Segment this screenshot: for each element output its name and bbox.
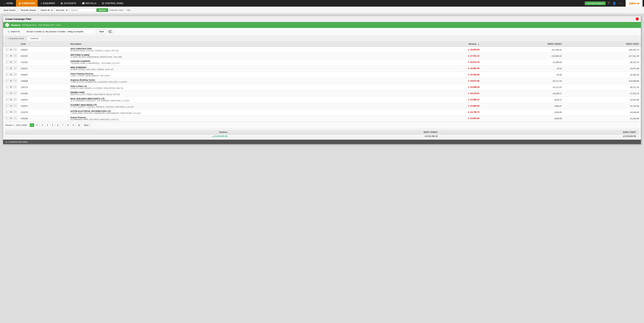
toggle-thumb — [111, 30, 114, 33]
modal-close-button[interactable]: × — [636, 18, 639, 21]
row-icon-list[interactable]: ≡ — [5, 85, 9, 89]
row-icon-chart[interactable]: ◉ — [9, 66, 13, 70]
page-btn-6[interactable]: 6 — [56, 123, 60, 127]
snapshot-bar[interactable]: ▲ Snapshot Information — [3, 140, 641, 144]
row-icon-info[interactable]: ⓘ — [14, 48, 17, 51]
row-icon-info[interactable]: ⓘ — [14, 54, 17, 58]
breadcrumb-home[interactable]: ⌂ Enquiries Home — [5, 37, 26, 40]
live-help-button[interactable]: Live Help Online ● — [585, 2, 606, 5]
accounts-select[interactable]: Accounts — [54, 8, 68, 12]
nav-mycalls[interactable]: ☎ MYCALLS — [79, 0, 99, 7]
row-icon-info[interactable]: ⓘ — [14, 60, 17, 64]
row-icon-list[interactable]: ≡ — [5, 48, 9, 51]
row-icon-info[interactable]: ⓘ — [14, 110, 17, 114]
row-variance: ∨ -£3,798.73 — [410, 109, 481, 115]
nav-campaigns[interactable]: ◎ CAMPAIGNS — [16, 0, 38, 7]
nav-enquiries[interactable]: ≡ ENQUIRIES — [38, 0, 58, 7]
row-icon-info[interactable]: ⓘ — [14, 116, 17, 120]
nav-accounts[interactable]: ⊞ ACCOUNTS — [58, 0, 79, 7]
row-icon-list[interactable]: ≡ — [5, 54, 9, 58]
page-btn-1[interactable]: 1 — [30, 123, 34, 127]
row-icon-chart[interactable]: ◉ — [9, 79, 13, 83]
row-icon-chart[interactable]: ◉ — [9, 116, 13, 120]
filter-text-input[interactable] — [25, 30, 95, 34]
table-row: ≡ ◉ ⓘ C01885 DENNIS CARR DELFRYN, LLYN Y… — [3, 90, 641, 97]
search-button[interactable]: Search — [96, 8, 108, 12]
page-btn-10[interactable]: 10 — [76, 123, 82, 127]
nav-control-panel[interactable]: ⊡ CONTROL PANEL — [99, 0, 126, 7]
row-icon-chart[interactable]: ◉ — [9, 73, 13, 76]
page-btn-9[interactable]: 9 — [71, 123, 76, 127]
row-icon-chart[interactable]: ◉ — [9, 48, 13, 51]
col-period1[interactable]: 8/2017-10/2017 — [481, 42, 564, 47]
row-icon-info[interactable]: ⓘ — [14, 73, 17, 76]
row-icon-list[interactable]: ≡ — [5, 79, 9, 83]
page-btn-2[interactable]: 2 — [35, 123, 39, 127]
forward-icon-button[interactable]: → — [618, 1, 623, 6]
row-company-name: AKA CONSTRUCTION — [70, 48, 408, 50]
recently-viewed-button[interactable]: Recently Viewed — [19, 8, 38, 12]
row-icon-info[interactable]: ⓘ — [14, 85, 17, 89]
row-icon-list[interactable]: ≡ — [5, 91, 9, 95]
row-period1: £249.95 — [481, 109, 564, 115]
row-icon-list[interactable]: ≡ — [5, 98, 9, 101]
modal-title-bar: Create Campaign Filter × — [3, 16, 641, 22]
row-icon-chart[interactable]: ◉ — [9, 60, 13, 64]
table-scroll-area[interactable]: Code Description Variance ▲ 8/2017-10/20… — [3, 42, 641, 122]
row-icon-info[interactable]: ⓘ — [14, 79, 17, 83]
nav-home[interactable]: ⌂ HOME — [2, 0, 16, 7]
page-btn-7[interactable]: 7 — [61, 123, 65, 127]
user-icon-button[interactable]: 👤 — [612, 1, 617, 6]
save-button[interactable]: Save — [96, 29, 107, 34]
col-code[interactable]: Code — [19, 42, 69, 47]
toggle-track[interactable] — [108, 30, 114, 33]
page-btn-3[interactable]: 3 — [40, 123, 44, 127]
next-page-button[interactable]: Next > — [82, 123, 92, 127]
row-icon-list[interactable]: ≡ — [5, 110, 9, 114]
row-period2: £5,383.66 — [564, 72, 641, 78]
row-icon-list[interactable]: ≡ — [5, 73, 9, 76]
mycalls-icon: ☎ — [82, 2, 85, 5]
row-icons-cell: ≡ ◉ ⓘ — [3, 59, 19, 65]
col-period2[interactable]: 5/2017-7/2017 — [564, 42, 641, 47]
row-code: C00008 — [19, 78, 69, 84]
help-icon-button[interactable]: ? — [607, 1, 610, 6]
page-btn-5[interactable]: 5 — [50, 123, 55, 127]
row-company-name: Anglesey Building Centre — [70, 79, 408, 81]
row-icon-list[interactable]: ≡ — [5, 66, 9, 70]
row-icon-chart[interactable]: ◉ — [9, 85, 13, 89]
page-btn-4[interactable]: 4 — [45, 123, 50, 127]
col-description[interactable]: Description — [69, 42, 410, 47]
row-icons-cell: ≡ ◉ ⓘ — [3, 78, 19, 84]
row-period1: £4,123.15 — [481, 84, 564, 90]
row-period2: £4,162.68 — [564, 115, 641, 122]
row-icon-list[interactable]: ≡ — [5, 116, 9, 120]
row-variance: ∨ -£3,988.15 — [410, 97, 481, 103]
row-icon-chart[interactable]: ◉ — [9, 104, 13, 108]
search-filter-button[interactable]: 🔍 Search Fil... — [5, 30, 24, 34]
row-icon-info[interactable]: ⓘ — [14, 98, 17, 101]
search-all-select[interactable]: Search all — [39, 8, 54, 12]
row-icon-chart[interactable]: ◉ — [9, 54, 13, 58]
summary-col-period1: 8/2017-10/2017 — [230, 130, 440, 134]
row-icon-list[interactable]: ≡ — [5, 60, 9, 64]
page-btn-8[interactable]: 8 — [66, 123, 70, 127]
row-icons-cell: ≡ ◉ ⓘ — [3, 53, 19, 59]
row-icon-info[interactable]: ⓘ — [14, 104, 17, 108]
table-row: ≡ ◉ ⓘ C00057 Zebra Painting Services 4 W… — [3, 72, 641, 78]
row-icon-chart[interactable]: ◉ — [9, 91, 13, 95]
row-description: Adler & Allan Ltd CHURCH LANE, ADWICK-LE… — [69, 84, 410, 90]
variance-arrow-down: ∨ — [468, 49, 470, 51]
quick-search-button[interactable]: Quick Search — [2, 8, 18, 12]
row-icon-info[interactable]: ⓘ — [14, 91, 17, 95]
row-icon-info[interactable]: ⓘ — [14, 66, 17, 70]
row-code: C00346 — [19, 115, 69, 122]
row-icon-chart[interactable]: ◉ — [9, 110, 13, 114]
breadcrumb-customer-tab[interactable]: Customer — [27, 37, 42, 40]
row-icon-list[interactable]: ≡ — [5, 104, 9, 108]
row-icon-chart[interactable]: ◉ — [9, 98, 13, 101]
search-input[interactable] — [70, 8, 95, 12]
toggle-slider[interactable] — [108, 30, 114, 33]
row-address: BODWARREN FARM, HOLYHEAD, ANGLESEY, LL65… — [70, 119, 408, 121]
col-variance[interactable]: Variance ▲ — [410, 42, 481, 47]
